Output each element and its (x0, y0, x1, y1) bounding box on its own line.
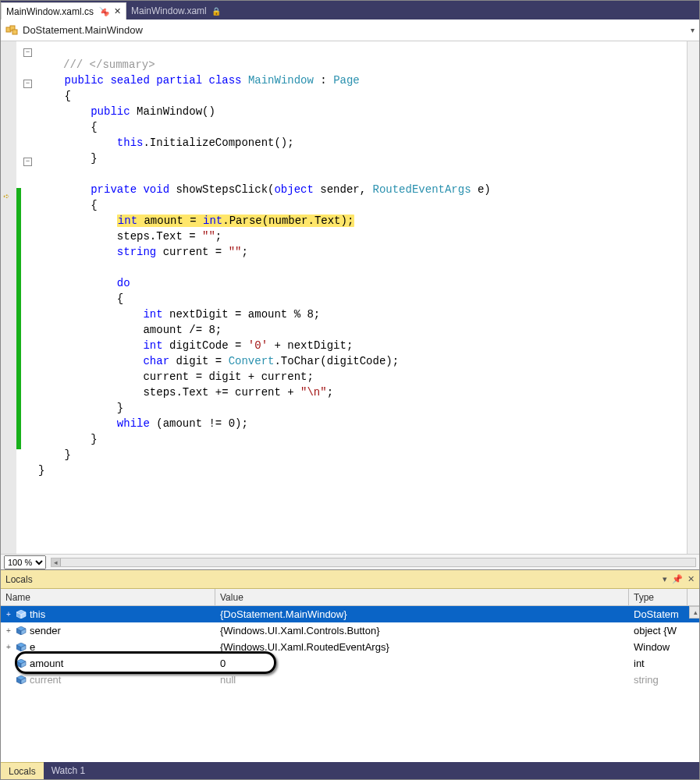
expander-icon[interactable]: + (4, 643, 13, 651)
locals-header-type[interactable]: Type (629, 589, 688, 605)
code-text: steps.Text = (117, 230, 202, 243)
code-text: current = (156, 246, 228, 258)
locals-name: e (30, 641, 35, 653)
current-line-arrow-icon: ➪ (3, 190, 9, 205)
zoom-bar: 100 % ◂ (1, 554, 699, 569)
code-text: Convert (229, 355, 275, 367)
code-text: void (143, 183, 169, 196)
locals-body[interactable]: ▴ +this{DoStatement.MainWindow}DoStatem+… (1, 606, 699, 762)
class-name: DoStatement.MainWindow (23, 24, 143, 36)
locals-name: this (30, 608, 45, 620)
fold-gutter[interactable]: − − − (21, 41, 35, 554)
code-text: "" (202, 230, 215, 243)
close-icon[interactable]: ✕ (688, 574, 695, 584)
code-text: "\n" (300, 386, 327, 399)
locals-value: {Windows.UI.Xaml.RoutedEventArgs} (215, 641, 629, 653)
locals-value: {Windows.UI.Xaml.Controls.Button} (215, 625, 629, 636)
lock-icon: 🔒 (211, 7, 221, 16)
code-text: "" (229, 246, 242, 258)
code-text: .Parse(number.Text); (222, 214, 354, 227)
code-text: public (65, 74, 104, 87)
code-text: showStepsClick( (169, 183, 274, 196)
locals-row[interactable]: +sender{Windows.UI.Xaml.Controls.Button}… (1, 622, 699, 639)
code-text: char (143, 355, 169, 367)
svg-rect-2 (12, 30, 17, 34)
code-text: digit = (169, 355, 229, 367)
locals-name: amount (30, 658, 63, 669)
locals-row[interactable]: +e{Windows.UI.Xaml.RoutedEventArgs}Windo… (1, 639, 699, 655)
zoom-select[interactable]: 100 % (4, 555, 46, 569)
class-navigator[interactable]: DoStatement.MainWindow ▾ (1, 20, 699, 41)
locals-value: {DoStatement.MainWindow} (215, 608, 629, 620)
locals-type: Window (629, 641, 688, 653)
code-text: int (203, 214, 222, 227)
code-text: string (117, 246, 156, 258)
code-editor[interactable]: ➪ − − − /// </summary> public sealed par… (1, 41, 699, 554)
locals-header-row: Name Value Type (1, 589, 699, 606)
breakpoint-gutter[interactable]: ➪ (1, 41, 16, 554)
code-text: private (91, 183, 137, 196)
code-text: int (118, 214, 137, 227)
code-text: do (117, 277, 130, 289)
code-text: digitCode = (163, 339, 248, 352)
fold-toggle[interactable]: − (23, 80, 32, 88)
file-tab-active[interactable]: MainWindow.xaml.cs 📌 ✕ (1, 2, 126, 20)
expander-icon[interactable]: + (4, 626, 13, 635)
code-text: (amount != 0); (150, 417, 248, 430)
code-content[interactable]: /// </summary> public sealed partial cla… (35, 41, 699, 554)
locals-type: object {W (629, 625, 688, 636)
locals-header-name[interactable]: Name (1, 589, 215, 605)
pin-icon[interactable]: 📌 (99, 6, 109, 17)
pin-icon[interactable]: 📌 (672, 574, 683, 584)
code-text: e) (471, 183, 491, 196)
chevron-down-icon[interactable]: ▾ (691, 26, 695, 34)
file-tab-label: MainWindow.xaml (131, 5, 207, 16)
file-tab-label: MainWindow.xaml.cs (6, 6, 94, 17)
bottom-tab-watch[interactable]: Watch 1 (44, 762, 94, 779)
code-text: class (208, 74, 241, 87)
locals-value: 0 (215, 658, 629, 669)
locals-type: DoStatem (629, 608, 688, 620)
code-text: ; (215, 230, 222, 243)
code-text: current = digit + current; (143, 370, 313, 383)
window-dropdown-icon[interactable]: ▾ (663, 574, 667, 584)
bottom-tab-locals[interactable]: Locals (1, 762, 44, 779)
locals-row[interactable]: currentnullstring (1, 672, 699, 688)
locals-panel: Locals ▾ 📌 ✕ Name Value Type ▴ +this{DoS… (1, 569, 699, 762)
fold-toggle[interactable]: − (23, 158, 32, 166)
code-text: this (117, 136, 144, 149)
code-text: steps.Text += current + (143, 386, 300, 399)
vertical-scrollbar[interactable] (687, 41, 699, 554)
locals-row[interactable]: amount0int (1, 655, 699, 672)
code-text: '0' (248, 339, 268, 352)
code-text: nextDigit = amount % 8; (163, 308, 321, 321)
code-text: : (314, 74, 333, 87)
code-text: amount /= 8; (143, 324, 222, 336)
code-text: sealed (110, 74, 149, 87)
locals-titlebar[interactable]: Locals ▾ 📌 ✕ (1, 570, 699, 589)
file-tab-bar: MainWindow.xaml.cs 📌 ✕ MainWindow.xaml 🔒 (1, 1, 699, 20)
code-text: .InitializeComponent(); (143, 136, 293, 149)
file-tab-inactive[interactable]: MainWindow.xaml 🔒 (126, 2, 226, 20)
horizontal-scrollbar[interactable]: ◂ (51, 558, 696, 567)
code-text: while (117, 417, 150, 430)
locals-name: current (30, 674, 61, 686)
code-text: RoutedEventArgs (373, 183, 471, 196)
scroll-left-icon[interactable]: ◂ (52, 558, 61, 566)
locals-type: int (629, 658, 688, 669)
locals-row[interactable]: +this{DoStatement.MainWindow}DoStatem (1, 606, 699, 622)
fold-toggle[interactable]: − (23, 48, 32, 57)
locals-value: null (215, 674, 629, 686)
locals-header-value[interactable]: Value (215, 589, 629, 605)
code-text: sender, (314, 183, 373, 196)
scroll-up-icon[interactable]: ▴ (689, 606, 699, 619)
code-text: MainWindow (248, 74, 314, 87)
class-icon (5, 25, 18, 36)
code-text: object (274, 183, 313, 196)
code-text: MainWindow() (130, 105, 215, 118)
code-text: .ToChar(digitCode); (274, 355, 399, 367)
locals-type: string (629, 674, 688, 686)
bottom-tab-bar: Locals Watch 1 (1, 762, 699, 779)
expander-icon[interactable]: + (4, 610, 13, 619)
close-icon[interactable]: ✕ (114, 6, 121, 16)
